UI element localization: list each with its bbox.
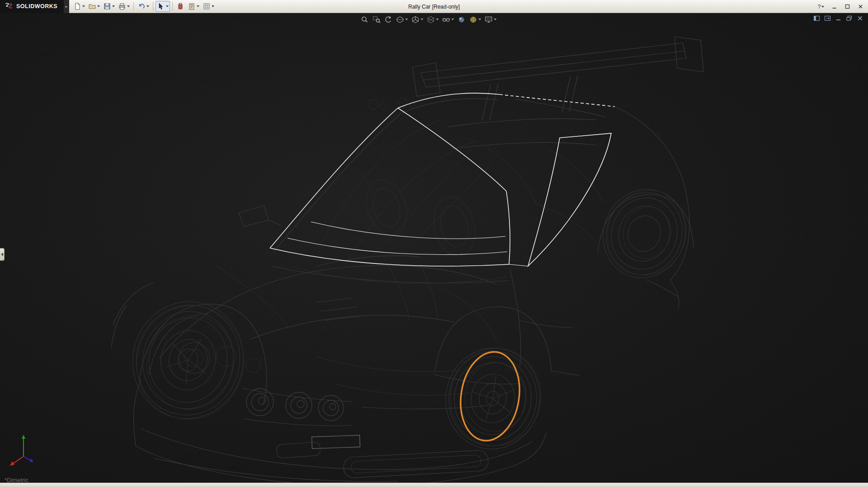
show-feature-pane-icon (814, 16, 820, 21)
display-style-caret[interactable] (436, 19, 439, 20)
show-display-pane-icon (825, 16, 830, 21)
status-bar (0, 483, 868, 488)
front-right-wheel (439, 342, 547, 455)
zoom-to-fit-icon (360, 16, 369, 23)
new-document-button[interactable] (72, 1, 86, 12)
toolbar-separator (153, 2, 153, 11)
print-icon (118, 2, 126, 10)
macro-icon (176, 2, 184, 10)
help-button[interactable]: ? (815, 2, 827, 11)
close-document-button[interactable] (856, 15, 863, 21)
toolbar-separator (172, 2, 173, 11)
heads-up-toolbar (359, 14, 497, 24)
properties-button[interactable] (186, 1, 201, 12)
edit-appearance-button[interactable] (456, 14, 467, 24)
maximize-icon (845, 4, 850, 9)
window-title: Rally Car [Read-only] (408, 0, 460, 13)
section-view-button[interactable] (395, 14, 409, 24)
rear-wing (412, 37, 703, 149)
options-button[interactable] (201, 1, 216, 12)
restore-document-button[interactable] (845, 15, 853, 21)
solidworks-logo: SOLIDWORKS (0, 0, 64, 13)
minimize-document-button[interactable] (835, 15, 842, 21)
previous-view-icon (384, 16, 392, 23)
main-toolbar: SOLIDWORKS ▸ (0, 0, 868, 13)
front-left-wheel (120, 290, 257, 431)
minimize-icon (832, 4, 837, 9)
view-orientation-icon (411, 16, 420, 23)
open-caret[interactable] (97, 5, 100, 7)
hide-show-items-caret[interactable] (451, 19, 454, 20)
open-folder-icon (88, 2, 96, 10)
wireframe-car-model (0, 13, 868, 483)
apply-scene-button[interactable] (468, 14, 482, 24)
options-caret[interactable] (212, 5, 214, 7)
section-view-icon (396, 16, 404, 23)
display-style-icon (426, 16, 435, 23)
model-viewport[interactable]: *Dimetric (0, 13, 868, 483)
show-display-pane-button[interactable] (824, 15, 831, 21)
close-document-icon (857, 16, 863, 21)
minimize-document-icon (835, 16, 841, 21)
undo-caret[interactable] (146, 5, 149, 7)
edit-appearance-icon (457, 16, 466, 23)
zoom-to-area-button[interactable] (371, 14, 382, 24)
new-document-icon (73, 2, 81, 10)
close-icon (858, 4, 863, 9)
zoom-to-fit-button[interactable] (359, 14, 370, 24)
new-document-caret[interactable] (82, 5, 85, 7)
print-button[interactable] (117, 1, 131, 12)
view-settings-caret[interactable] (494, 19, 496, 20)
show-feature-pane-button[interactable] (813, 15, 820, 21)
highlighted-edges (270, 93, 615, 266)
headlights (246, 389, 344, 421)
zoom-to-area-icon (372, 16, 381, 23)
macro-button[interactable] (175, 1, 186, 12)
apply-scene-icon (469, 16, 477, 23)
help-label: ? (818, 4, 821, 10)
rear-right-wheel (591, 178, 698, 290)
toolbar-expander[interactable]: ▸ (64, 0, 69, 13)
properties-caret[interactable] (197, 5, 199, 7)
panel-collapse-tab[interactable] (0, 248, 5, 261)
solidworks-logo-icon (4, 3, 14, 10)
section-view-caret[interactable] (405, 19, 408, 20)
apply-scene-caret[interactable] (478, 19, 481, 20)
save-button[interactable] (102, 1, 116, 12)
toolbar-separator (133, 2, 134, 11)
close-button[interactable] (854, 2, 866, 11)
app-name: SOLIDWORKS (16, 3, 57, 9)
help-caret[interactable] (821, 6, 824, 8)
select-caret[interactable] (166, 5, 169, 7)
view-settings-icon (484, 16, 493, 23)
hide-show-items-icon (442, 16, 450, 23)
select-button[interactable] (156, 1, 170, 12)
select-cursor-icon (157, 2, 165, 10)
window-controls: ? (815, 0, 866, 13)
orientation-triad (7, 431, 40, 469)
minimize-button[interactable] (828, 2, 840, 11)
properties-icon (188, 2, 196, 10)
previous-view-button[interactable] (383, 14, 393, 24)
view-orientation-caret[interactable] (420, 19, 423, 20)
maximize-button[interactable] (841, 2, 853, 11)
car-body-lines (111, 99, 693, 483)
view-orientation-button[interactable] (410, 14, 424, 24)
save-caret[interactable] (112, 5, 115, 7)
restore-document-icon (846, 16, 852, 21)
print-caret[interactable] (127, 5, 130, 7)
view-settings-button[interactable] (483, 14, 497, 24)
display-style-button[interactable] (425, 14, 439, 24)
open-button[interactable] (87, 1, 101, 12)
undo-button[interactable] (136, 1, 151, 12)
hide-show-items-button[interactable] (441, 14, 455, 24)
undo-icon (137, 2, 146, 10)
document-window-controls (813, 15, 863, 21)
save-icon (103, 2, 111, 10)
options-grid-icon (203, 2, 211, 10)
